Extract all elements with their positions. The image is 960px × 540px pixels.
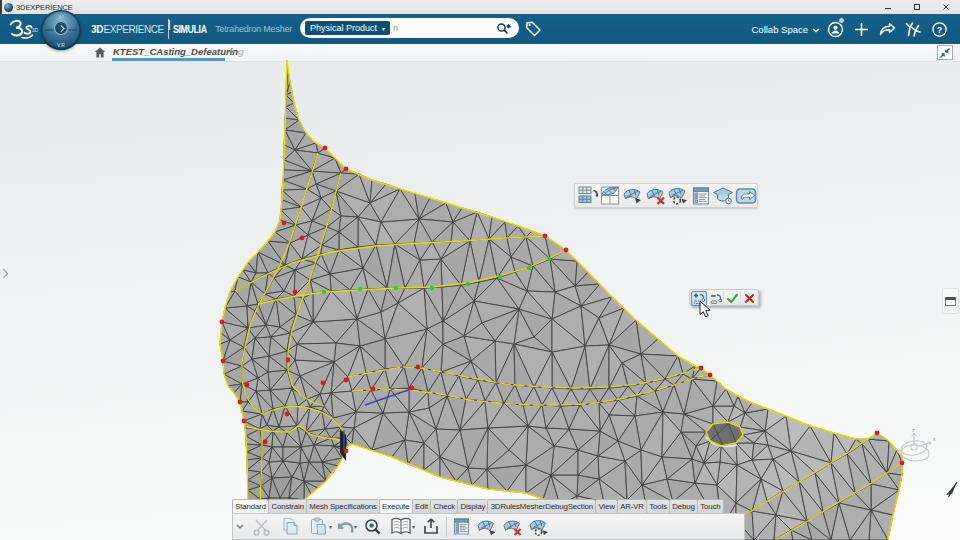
mesh-update-button2[interactable]	[526, 515, 552, 539]
mesh-delete-button[interactable]	[645, 185, 668, 207]
ribbon-tab-display[interactable]: Display	[457, 499, 487, 513]
learn-button[interactable]	[712, 185, 735, 207]
zoom-search-button[interactable]	[359, 515, 387, 539]
application-window: { "window": { "title": "3DEXPERIENCE", "…	[0, 0, 960, 540]
ribbon-tab-tools[interactable]: Tools	[646, 499, 669, 513]
compass-left-label: 3D	[29, 27, 41, 33]
robot-gizmo[interactable]: z x	[895, 426, 937, 472]
ok-button[interactable]	[725, 291, 742, 306]
mesh-operator-button[interactable]	[622, 185, 645, 207]
mouse-cursor	[699, 300, 712, 319]
mesh-delete-button2[interactable]	[500, 515, 526, 539]
ribbon-tabbar: Standard Constrain Mesh Specifications E…	[232, 499, 724, 513]
mesh-specs-table-button2[interactable]	[448, 515, 474, 539]
catalog-book-button[interactable]	[387, 515, 415, 539]
toolbar-separator	[446, 517, 447, 537]
collapsed-panel-tab[interactable]	[942, 288, 959, 314]
surface-mesh-button[interactable]	[600, 185, 623, 207]
export-share-button[interactable]	[417, 515, 445, 539]
action-bar: ▾ ▾ ▾	[232, 513, 745, 540]
panel-window-icon	[945, 297, 956, 306]
compass-play-icon[interactable]	[54, 21, 68, 35]
3d-viewport[interactable]	[0, 62, 960, 540]
compass-widget[interactable]: y,r V.R 3D	[41, 10, 81, 50]
ribbon-tab-view[interactable]: View	[595, 499, 617, 513]
ribbon-tab-constrain[interactable]: Constrain	[268, 499, 306, 513]
cut-button[interactable]	[248, 515, 276, 539]
mesh-run-button[interactable]	[474, 515, 500, 539]
ribbon-tab-mesh-specifications[interactable]: Mesh Specifications	[306, 499, 379, 513]
ribbon-tab-standard[interactable]: Standard	[232, 499, 268, 513]
compass-top-label: y,r	[41, 13, 81, 19]
paste-button[interactable]	[304, 515, 332, 539]
replay-button[interactable]	[735, 185, 758, 207]
undo-button[interactable]	[334, 515, 357, 539]
ribbon-tab-edit[interactable]: Edit	[412, 499, 430, 513]
ribbon-tab-ar-vr[interactable]: AR-VR	[617, 499, 646, 513]
mesh-transfer-button[interactable]	[577, 185, 600, 207]
escape-arrow-icon	[944, 481, 958, 499]
left-panel-expander[interactable]	[2, 268, 9, 281]
tetrahedron-mesh[interactable]	[0, 0, 960, 540]
ribbon-tab-debug[interactable]: Debug	[669, 499, 697, 513]
gizmo-z-label: z	[912, 427, 915, 433]
cancel-button[interactable]	[742, 291, 759, 306]
mesh-update-button[interactable]	[667, 185, 690, 207]
copy-button[interactable]	[276, 515, 304, 539]
gizmo-x-label: x	[933, 436, 936, 442]
ribbon-tab-execute[interactable]: Execute	[379, 499, 412, 513]
actionbar-expander[interactable]	[236, 522, 244, 531]
compass-bottom-label: V.R	[41, 42, 81, 48]
ribbon-tab-touch[interactable]: Touch	[697, 499, 724, 513]
ribbon-tab-3drulesmesherdebugsection[interactable]: 3DRulesMesherDebugSection	[487, 499, 595, 513]
mesh-specs-table-button[interactable]	[690, 185, 713, 207]
mesh-tools-toolbar	[574, 183, 758, 208]
ribbon-tab-check[interactable]: Check	[430, 499, 457, 513]
